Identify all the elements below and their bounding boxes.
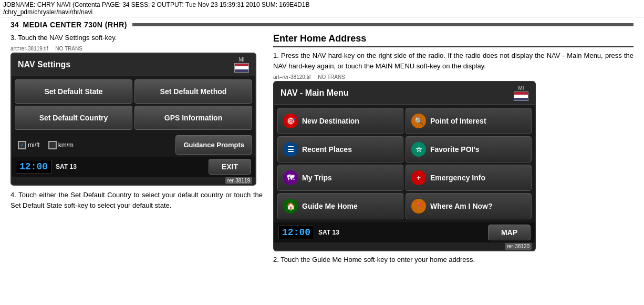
mift-option[interactable]: mi/ft xyxy=(18,141,40,149)
section-title: MEDIA CENTER 730N (RHR) xyxy=(23,21,127,29)
nav-settings-title: NAV Settings xyxy=(18,60,234,69)
step4-text: 4. Touch either the Set Default Country … xyxy=(11,190,263,210)
art-label-2: art=rer-38120.tif NO TRANS xyxy=(273,74,633,80)
poi-icon: 🔍 xyxy=(411,114,426,128)
unit-group: mi/ft km/m xyxy=(15,139,173,151)
favorite-poi-button[interactable]: ☆ Favorite POI's xyxy=(406,136,532,162)
nav-sat: SAT 13 xyxy=(56,163,77,170)
nav-bottom-row: mi/ft km/m Guidance Prompts xyxy=(12,133,255,157)
flag-icon-2 xyxy=(514,92,528,101)
sat-number-2: 13 xyxy=(332,229,339,236)
guidance-prompts-button[interactable]: Guidance Prompts xyxy=(175,135,252,155)
flag-icon xyxy=(234,63,249,73)
mift-label: mi/ft xyxy=(28,141,40,149)
point-of-interest-button[interactable]: 🔍 Point of Interest xyxy=(406,108,532,134)
main-content: 3. Touch the NAV Settings soft-key. art=… xyxy=(0,33,644,265)
set-default-state-button[interactable]: Set Default State xyxy=(15,79,132,104)
left-column: 3. Touch the NAV Settings soft-key. art=… xyxy=(11,33,263,265)
mift-checkbox[interactable] xyxy=(18,141,26,149)
right-column: Enter Home Address 1. Press the NAV hard… xyxy=(273,33,633,265)
my-trips-icon: 🗺 xyxy=(283,170,298,185)
nav-status-bar: 12:00 SAT 13 EXIT xyxy=(12,157,255,177)
nav-main-grid: 🎯 New Destination 🔍 Point of Interest ☰ … xyxy=(274,105,535,222)
recent-places-icon: ☰ xyxy=(283,142,298,157)
where-am-i-button[interactable]: 📍 Where Am I Now? xyxy=(406,193,532,219)
emergency-info-icon: + xyxy=(411,170,426,185)
mi-label: MI xyxy=(238,57,244,63)
kmm-checkbox[interactable] xyxy=(48,141,57,149)
nav-main-flag: MI xyxy=(514,85,528,101)
set-default-country-button[interactable]: Set Default Country xyxy=(15,106,132,130)
exit-button[interactable]: EXIT xyxy=(209,159,251,175)
nav-settings-screen: NAV Settings MI Set Default State Set De… xyxy=(11,53,256,186)
header-line2: /chry_pdm/chrysler/navi/rhr/navi xyxy=(3,8,92,16)
new-destination-button[interactable]: 🎯 New Destination xyxy=(277,108,403,134)
my-trips-button[interactable]: 🗺 My Trips xyxy=(277,165,403,191)
emergency-info-button[interactable]: + Emergency Info xyxy=(406,165,532,191)
header-bar: JOBNAME: CHRY NAVI (Contenta PAGE: 34 SE… xyxy=(0,0,644,17)
nav-time: 12:00 xyxy=(16,160,51,174)
nav-main-time: 12:00 xyxy=(278,226,314,239)
step3-text: 3. Touch the NAV Settings soft-key. xyxy=(11,33,263,43)
nav-main-header: NAV - Main Menu MI xyxy=(274,82,535,105)
gps-information-button[interactable]: GPS Information xyxy=(134,106,252,130)
rer-label-2: rer-38120 xyxy=(274,242,535,250)
kmm-option[interactable]: km/m xyxy=(48,141,74,149)
step1-text: 1. Press the NAV hard-key on the right s… xyxy=(273,50,633,71)
enter-home-title: Enter Home Address xyxy=(273,33,633,47)
favorite-poi-icon: ☆ xyxy=(411,142,426,157)
rer-label-1: rer-38119 xyxy=(12,177,255,185)
section-bar xyxy=(132,23,633,26)
nav-main-status-bar: 12:00 SAT 13 MAP xyxy=(274,222,535,242)
kmm-label: km/m xyxy=(58,141,74,149)
guide-home-icon: 🏠 xyxy=(283,199,298,214)
nav-main-menu-screen: NAV - Main Menu MI 🎯 New Destination 🔍 P… xyxy=(273,81,536,251)
where-am-i-icon: 📍 xyxy=(411,199,426,214)
mi-label-2: MI xyxy=(518,85,524,91)
section-heading: 34 MEDIA CENTER 730N (RHR) xyxy=(0,18,644,31)
step2-text: 2. Touch the Guide Me Home soft-key to e… xyxy=(273,255,633,265)
sat-number: 13 xyxy=(69,163,76,170)
nav-screen-header: NAV Settings MI xyxy=(12,54,255,76)
guide-me-home-button[interactable]: 🏠 Guide Me Home xyxy=(277,193,403,219)
map-button[interactable]: MAP xyxy=(488,225,531,240)
new-destination-icon: 🎯 xyxy=(283,114,298,128)
header-line1: JOBNAME: CHRY NAVI (Contenta PAGE: 34 SE… xyxy=(3,1,309,8)
section-number: 34 xyxy=(11,21,19,29)
set-default-method-button[interactable]: Set Default Method xyxy=(134,79,252,104)
screen-flag: MI xyxy=(234,57,249,73)
nav-buttons-grid: Set Default State Set Default Method Set… xyxy=(12,76,255,133)
recent-places-button[interactable]: ☰ Recent Places xyxy=(277,136,403,162)
art-label-1: art=rer-38119.tif NO TRANS xyxy=(11,46,263,52)
nav-main-title: NAV - Main Menu xyxy=(281,88,514,98)
nav-main-sat: SAT 13 xyxy=(318,229,339,236)
